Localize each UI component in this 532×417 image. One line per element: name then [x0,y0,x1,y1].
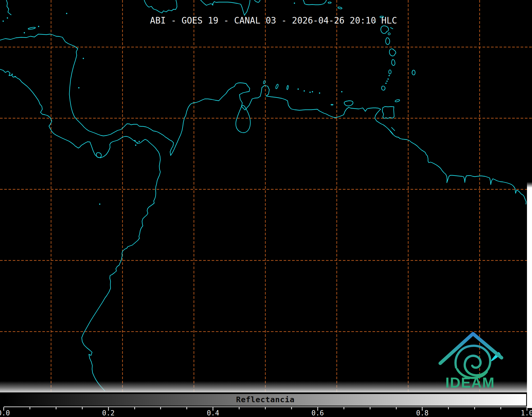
colorbar-tick-label: 0.8 [416,409,429,417]
islet-dot [312,91,313,93]
islet-dot [294,3,295,4]
islet-dot [99,204,101,205]
islet-dot [7,17,8,19]
islet-dot [304,90,305,92]
islet-dot [389,75,390,76]
islet-dot [135,145,137,146]
colorbar-label: Reflectancia [4,395,527,404]
colorbar-tick-label: 0.2 [102,409,115,417]
colorbar-tick-label: 1.0 [521,409,532,417]
colorbar-tick-label: 0.0 [0,409,10,417]
islet-dot [38,26,39,27]
colorbar-tick-labels: 0.00.20.40.60.81.0 [0,409,532,417]
islet-dot [66,13,67,14]
islet-dot [15,76,16,77]
ideam-spiral-shape [456,346,490,375]
islet-dot [310,92,311,93]
islet-dot [212,4,213,6]
islet-dot [388,79,389,80]
islet-dot [3,21,4,22]
islet-dot [12,74,13,75]
map-title: ABI - GOES 19 - CANAL 03 - 2026-04-26 20… [148,15,399,26]
islet-dot [387,81,388,82]
ideam-roof-shape [440,334,502,363]
islet-dot [319,93,320,94]
ideam-logo-text: IDEAM [445,374,495,391]
islet-dot [341,91,343,93]
islet-dot [139,141,140,142]
islet-dot [137,143,138,144]
islet-dot [78,87,80,89]
islet-dot [83,58,84,59]
colorbar-tick-label: 0.4 [207,409,219,417]
ideam-logo: IDEAM [431,327,511,396]
islet-dot [298,89,299,90]
islet-dot [134,140,136,141]
islet-dot [24,32,25,34]
islet-dot [385,83,387,84]
satellite-image-viewer: ABI - GOES 19 - CANAL 03 - 2026-04-26 20… [0,0,532,417]
colorbar-tick-label: 0.6 [311,409,324,417]
